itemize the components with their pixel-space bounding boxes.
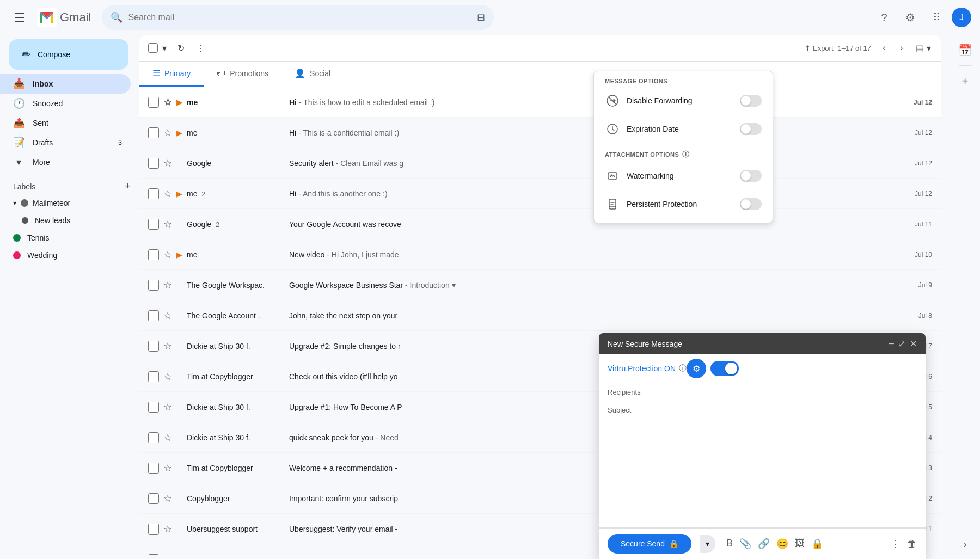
menu-button[interactable] — [9, 7, 30, 28]
label-item-mailmeteor[interactable]: ▾ Mailmeteor — [0, 194, 139, 212]
email-checkbox[interactable] — [148, 249, 159, 260]
email-checkbox[interactable] — [148, 554, 159, 555]
delete-draft-button[interactable]: 🗑 — [907, 538, 917, 550]
star-icon[interactable]: ☆ — [163, 127, 172, 139]
export-button[interactable]: ⬆ Export — [805, 44, 834, 52]
star-icon[interactable]: ☆ — [163, 279, 172, 291]
email-checkbox[interactable] — [148, 219, 159, 230]
table-row[interactable]: ☆ ▶ me New video - Hi John, I just made … — [139, 239, 941, 270]
virtru-toggle[interactable] — [710, 361, 739, 376]
table-row[interactable]: ☆ ▶ me Hi - This is how to edit a schedu… — [139, 87, 941, 118]
recipients-input[interactable] — [646, 388, 917, 396]
email-checkbox[interactable] — [148, 402, 159, 413]
prev-page-button[interactable]: ‹ — [875, 39, 893, 57]
label-item-tennis[interactable]: Tennis — [0, 229, 131, 247]
select-dropdown-button[interactable]: ▾ — [159, 39, 170, 57]
emoji-button[interactable]: 😊 — [776, 538, 788, 550]
close-compose-button[interactable]: ✕ — [910, 339, 917, 349]
tab-promotions[interactable]: 🏷 Promotions — [204, 62, 281, 87]
star-icon[interactable]: ☆ — [163, 310, 172, 322]
sidebar-item-drafts[interactable]: 📝 Drafts 3 — [0, 133, 131, 152]
expand-sidebar-button[interactable]: › — [954, 533, 976, 555]
more-options-button[interactable]: ⋮ — [192, 39, 209, 57]
sidebar-item-sent[interactable]: 📤 Sent — [0, 113, 131, 133]
send-options-dropdown[interactable]: ▾ — [700, 535, 715, 553]
table-row[interactable]: ☆ ▶ The Google Workspac. Google Workspac… — [139, 270, 941, 300]
sidebar-item-more[interactable]: ▾ More — [0, 152, 131, 172]
avatar[interactable]: J — [952, 8, 971, 27]
disable-forwarding-toggle[interactable] — [740, 95, 762, 107]
lock-button[interactable]: 🔒 — [811, 538, 823, 550]
settings-button[interactable]: ⚙ — [899, 7, 921, 28]
important-icon: ▶ — [176, 372, 182, 381]
email-checkbox[interactable] — [148, 97, 159, 108]
email-checkbox[interactable] — [148, 432, 159, 443]
expand-button[interactable]: ⤢ — [898, 339, 905, 349]
table-row[interactable]: ☆ ▶ me Hi - This is a confidential email… — [139, 118, 941, 148]
persistent-protection-toggle[interactable] — [740, 198, 762, 210]
watermarking-toggle[interactable] — [740, 170, 762, 182]
star-icon[interactable]: ☆ — [163, 523, 172, 535]
expiration-date-toggle[interactable] — [740, 123, 762, 135]
table-row[interactable]: ☆ ▶ Google Security alert - Clean Email … — [139, 148, 941, 179]
attach-file-button[interactable]: 📎 — [739, 538, 751, 550]
next-page-button[interactable]: › — [893, 39, 910, 57]
insert-image-button[interactable]: 🖼 — [795, 538, 805, 550]
watermarking-label: Watermarking — [627, 171, 733, 180]
label-item-wedding[interactable]: Wedding — [0, 247, 131, 264]
table-row[interactable]: ☆ ▶ Google 2 Your Google Account was rec… — [139, 209, 941, 239]
email-checkbox[interactable] — [148, 524, 159, 535]
minimize-button[interactable]: – — [889, 339, 894, 349]
star-icon[interactable]: ☆ — [163, 493, 172, 505]
star-icon[interactable]: ☆ — [163, 371, 172, 383]
email-checkbox[interactable] — [148, 463, 159, 474]
help-button[interactable]: ? — [873, 7, 895, 28]
star-icon[interactable]: ☆ — [163, 218, 172, 230]
star-icon[interactable]: ☆ — [163, 554, 172, 555]
tab-primary[interactable]: ☰ Primary — [139, 62, 204, 87]
email-checkbox[interactable] — [148, 493, 159, 504]
compose-button[interactable]: ✏ Compose — [9, 39, 128, 70]
select-all-checkbox[interactable] — [148, 43, 158, 53]
star-icon[interactable]: ☆ — [163, 249, 172, 261]
add-label-button[interactable]: + — [125, 181, 131, 192]
secure-send-button[interactable]: Secure Send 🔒 — [608, 534, 691, 554]
star-icon[interactable]: ☆ — [163, 157, 172, 169]
tab-social[interactable]: 👤 Social — [281, 62, 344, 87]
star-icon[interactable]: ☆ — [163, 401, 172, 413]
send-dropdown-arrow[interactable]: ▾ — [700, 535, 715, 553]
refresh-button[interactable]: ↻ — [172, 39, 189, 57]
sidebar-item-inbox[interactable]: 📥 Inbox — [0, 74, 131, 94]
star-icon[interactable]: ☆ — [163, 188, 172, 200]
add-app-button[interactable]: + — [954, 70, 976, 92]
virtru-info-icon[interactable]: ⓘ — [679, 364, 687, 373]
view-options-button[interactable]: ▤ ▾ — [915, 39, 932, 57]
label-item-new-leads[interactable]: New leads — [0, 212, 131, 229]
email-checkbox[interactable] — [148, 310, 159, 321]
email-checkbox[interactable] — [148, 188, 159, 199]
star-icon[interactable]: ☆ — [163, 432, 172, 444]
email-checkbox[interactable] — [148, 371, 159, 382]
calendar-app-button[interactable]: 📅 — [954, 39, 976, 61]
star-icon[interactable]: ☆ — [163, 96, 172, 108]
apps-button[interactable]: ⠿ — [926, 7, 947, 28]
compose-body[interactable] — [599, 419, 926, 528]
search-bar[interactable]: 🔍 ⊟ — [102, 5, 494, 30]
more-options-footer-button[interactable]: ⋮ — [891, 538, 901, 550]
email-checkbox[interactable] — [148, 280, 159, 291]
star-icon[interactable]: ☆ — [163, 340, 172, 352]
format-text-button[interactable]: B — [726, 538, 733, 550]
email-checkbox[interactable] — [148, 127, 159, 138]
search-input[interactable] — [128, 13, 471, 22]
search-options-icon[interactable]: ⊟ — [477, 11, 485, 23]
attachment-info-icon[interactable]: ⓘ — [682, 150, 690, 159]
email-checkbox[interactable] — [148, 158, 159, 169]
star-icon[interactable]: ☆ — [163, 462, 172, 474]
table-row[interactable]: ☆ ▶ The Google Account . John, take the … — [139, 300, 941, 331]
virtru-settings-button[interactable]: ⚙ — [687, 359, 706, 378]
subject-input[interactable] — [646, 406, 917, 414]
email-checkbox[interactable] — [148, 341, 159, 352]
table-row[interactable]: ☆ ▶ me 2 Hi - And this is another one :)… — [139, 179, 941, 209]
sidebar-item-snoozed[interactable]: 🕐 Snoozed — [0, 94, 131, 113]
insert-link-button[interactable]: 🔗 — [758, 538, 770, 550]
